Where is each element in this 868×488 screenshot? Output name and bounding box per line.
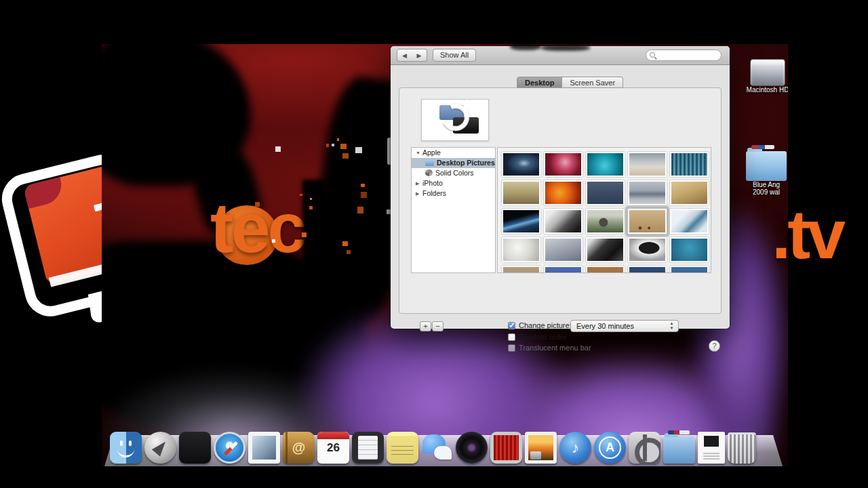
teched-watermark-partial: tec xyxy=(210,188,304,268)
sidebar-item-solid-colors[interactable]: Solid Colors xyxy=(412,168,495,178)
glitch-particle xyxy=(310,198,312,200)
camera-lens-icon[interactable] xyxy=(456,432,488,464)
safari-icon[interactable] xyxy=(214,432,245,464)
sidebar-item-apple[interactable]: ▼Apple xyxy=(412,148,495,158)
disclosure-triangle-icon[interactable]: ▼ xyxy=(416,148,422,158)
letterbox-bottom xyxy=(0,466,868,488)
itunes-icon-glyph: ♪ xyxy=(572,439,579,457)
wallpaper-thumb-desert-herd[interactable] xyxy=(628,209,667,234)
wallpaper-thumb-moon-surface[interactable] xyxy=(544,209,583,234)
wallpaper-thumb-grass-field[interactable] xyxy=(502,180,540,205)
wallpaper-thumb-teal-texture[interactable] xyxy=(670,237,709,262)
wallpaper-thumb-blue-forest[interactable] xyxy=(670,152,709,177)
help-button[interactable]: ? xyxy=(709,340,720,352)
itunes-icon[interactable]: ♪ xyxy=(559,432,591,464)
search-icon xyxy=(650,52,655,58)
desktop-icon-blue-folder[interactable]: Blue Ang 2009 wal xyxy=(739,151,788,196)
wallpaper-thumb-galaxy[interactable] xyxy=(502,152,540,177)
disclosure-triangle-icon[interactable]: ▶ xyxy=(416,178,422,188)
current-wallpaper-preview[interactable] xyxy=(421,99,489,141)
wallpaper-thumb-white-rocks[interactable] xyxy=(502,237,540,262)
letterbox-top xyxy=(0,0,868,44)
glitch-smudge xyxy=(541,45,590,51)
wallpaper-thumb-golden-dune[interactable] xyxy=(670,180,709,205)
search-field[interactable] xyxy=(646,49,722,61)
glitch-particle xyxy=(347,250,351,254)
wallpaper-thumb-dark-glitch[interactable] xyxy=(586,237,625,262)
app-store-icon[interactable]: A xyxy=(594,432,626,464)
wallpaper-thumb-tan-partial[interactable] xyxy=(502,266,540,273)
rotate-arrowhead-icon xyxy=(464,99,475,112)
wallpaper-thumb-lightblue-partial[interactable] xyxy=(670,266,709,273)
remove-folder-button[interactable]: − xyxy=(432,321,443,331)
wallpaper-thumb-elephant-savanna[interactable] xyxy=(586,209,625,234)
wallpaper-grid xyxy=(498,148,711,273)
wallpaper-thumb-dark-slate-blue[interactable] xyxy=(586,180,625,205)
trash-icon[interactable] xyxy=(728,432,756,464)
add-folder-button[interactable]: + xyxy=(420,321,431,331)
sysprefs-icon[interactable] xyxy=(629,432,660,464)
change-picture-checkbox[interactable] xyxy=(508,322,515,329)
video-frame: tec Macintosh HD Blue Ang 2009 wal zen @… xyxy=(0,0,868,488)
sidebar-item-label: Desktop Pictures xyxy=(437,159,495,167)
wallpaper-thumb-earth-horizon[interactable] xyxy=(502,209,540,234)
sidebar-item-folders[interactable]: ▶Folders xyxy=(412,188,495,199)
finder-icon[interactable] xyxy=(110,432,142,464)
wallpaper-thumb-beach-aerial[interactable] xyxy=(628,152,667,177)
dark-app-icon[interactable] xyxy=(179,432,211,464)
launchpad-icon[interactable] xyxy=(144,432,176,464)
wallpaper-thumb-misty-lake[interactable] xyxy=(628,180,667,205)
messages-icon[interactable] xyxy=(421,432,453,464)
glitch-particle xyxy=(300,194,302,196)
contacts-icon[interactable]: @ xyxy=(283,432,315,464)
interval-dropdown[interactable]: Every 30 minutes ▲▼ xyxy=(570,320,679,332)
sidebar-item-desktop-pictures[interactable]: Desktop Pictures xyxy=(412,158,495,168)
glitch-particle xyxy=(355,147,362,154)
iphoto-icon[interactable] xyxy=(525,432,557,464)
tab-screen-saver[interactable]: Screen Saver xyxy=(562,77,623,88)
back-button[interactable]: ◀ xyxy=(397,49,412,62)
translucent-checkbox[interactable] xyxy=(508,344,515,352)
search-input[interactable] xyxy=(657,51,718,60)
reminders-icon[interactable] xyxy=(352,432,384,464)
theater-icon[interactable] xyxy=(490,432,522,464)
tab-desktop[interactable]: Desktop xyxy=(517,77,562,88)
glitch-particle xyxy=(309,206,313,209)
dock-icons: @26♪A xyxy=(110,432,756,464)
notes-icon[interactable] xyxy=(387,432,418,464)
sidebar-item-iphoto[interactable]: ▶iPhoto xyxy=(412,178,495,188)
app-store-icon-glyph: A xyxy=(606,441,614,455)
glitch-particle xyxy=(342,153,349,159)
calendar-icon[interactable]: 26 xyxy=(317,432,349,464)
wallpaper-thumb-orange-partial[interactable] xyxy=(586,266,625,273)
wallpaper-thumb-darkblue-partial[interactable] xyxy=(628,266,667,273)
glitch-particle xyxy=(361,192,367,198)
folder-icon[interactable] xyxy=(663,436,695,464)
glitch-smudge xyxy=(510,43,541,50)
wallpaper-thumb-teal-swirl[interactable] xyxy=(586,152,625,177)
documents-icon[interactable] xyxy=(698,432,725,464)
wallpaper-grid-box xyxy=(497,147,711,273)
sidebar-item-label: iPhoto xyxy=(422,179,443,187)
wallpaper-thumb-blue-partial[interactable] xyxy=(544,266,583,273)
tv-watermark: .tv xyxy=(772,195,842,274)
disclosure-triangle-icon[interactable]: ▶ xyxy=(416,188,422,199)
random-order-row: Random order xyxy=(508,333,566,341)
sidebar-item-label: Apple xyxy=(422,148,441,157)
wallpaper-thumb-zen-stone[interactable] xyxy=(628,237,667,262)
sidebar-item-label: Solid Colors xyxy=(435,169,474,177)
wallpaper-thumb-orange-abstract[interactable] xyxy=(544,180,583,205)
interval-value: Every 30 minutes xyxy=(576,322,634,330)
random-order-label: Random order xyxy=(519,333,566,341)
system-preferences-window: ◀ ▶ Show All Desktop Screen Saver ▼Apple… xyxy=(391,46,730,329)
folder-icon xyxy=(746,151,787,181)
random-order-checkbox[interactable] xyxy=(508,333,515,341)
desktop-icon-macintosh-hd[interactable]: Macintosh HD xyxy=(742,59,788,94)
wallpaper-thumb-red-abstract[interactable] xyxy=(544,152,583,177)
mail-icon[interactable] xyxy=(248,432,280,464)
forward-button[interactable]: ▶ xyxy=(412,49,427,62)
wallpaper-thumb-gray-clouds[interactable] xyxy=(544,237,583,262)
wallpaper-thumb-snowy-river[interactable] xyxy=(670,209,709,234)
glitch-particle xyxy=(340,144,347,150)
show-all-button[interactable]: Show All xyxy=(433,49,476,62)
